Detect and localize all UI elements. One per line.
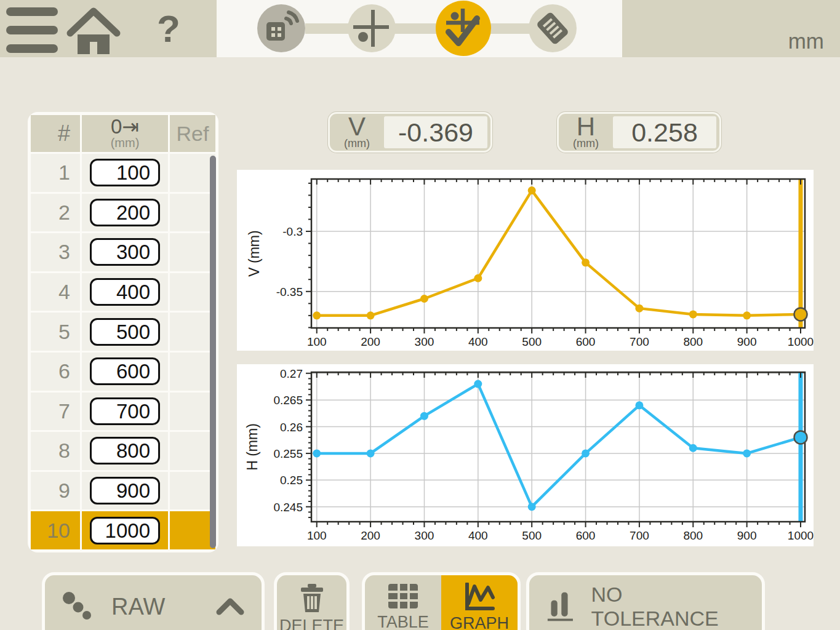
step-sensor-connection[interactable] [257,4,305,52]
y-axis-label: V (mm) [246,230,262,276]
y-tick-label: 0.27 [280,367,303,380]
distance-value-input[interactable]: 900 [90,477,160,504]
table-scrollbar[interactable] [210,156,216,548]
row-number[interactable]: 9 [31,472,80,510]
row-number[interactable]: 3 [31,233,80,271]
tolerance-button-label: NO TOLERANCE [591,583,745,630]
row-number[interactable]: 5 [31,313,80,351]
distance-cell: 600 [82,353,168,391]
tolerance-bars-icon [546,590,577,623]
chevron-up-icon [216,598,244,615]
x-tick-label: 700 [630,529,649,542]
x-tick-label: 1000 [788,529,814,542]
row-number[interactable]: 2 [31,194,80,232]
v-readout-label: V (mm) [330,114,384,151]
distance-value-input[interactable]: 700 [90,397,160,425]
y-tick-label: 0.265 [273,394,303,407]
y-tick-label: 0.25 [280,474,303,487]
x-tick-label: 600 [576,335,596,348]
step-connector [490,23,529,34]
step-connector [395,23,438,34]
x-tick-label: 200 [361,529,380,542]
col-header-distance: 0⇥ (mm) [82,115,168,152]
ref-cell [170,273,215,311]
step-alignment[interactable] [348,4,396,52]
y-tick-label: 0.245 [273,501,303,514]
distance-value-input[interactable]: 200 [90,199,160,226]
row-number[interactable]: 6 [31,353,80,391]
distance-value-input[interactable]: 500 [90,318,160,346]
top-bar-left-block: ? [0,0,217,57]
distance-value-input[interactable]: 1000 [90,517,160,544]
v-chart-panel: 1002003004005006007008009001000-0.3-0.35… [237,170,814,351]
x-tick-label: 1000 [788,335,814,348]
distance-value-input[interactable]: 600 [90,357,160,385]
col-header-index: # [31,115,80,152]
row-number[interactable]: 10 [31,511,80,549]
ref-cell [170,313,215,351]
data-line [317,191,801,316]
app-screen: ? [0,0,840,630]
x-tick-label: 300 [415,529,434,542]
x-tick-label: 100 [307,335,327,348]
tolerance-button[interactable]: NO TOLERANCE [526,572,765,630]
ref-cell [170,393,215,431]
distance-cell: 1000 [82,511,168,549]
trash-icon [298,583,326,613]
data-point [689,310,697,318]
step-connector [305,23,348,34]
data-point [582,449,590,457]
v-chart[interactable]: 1002003004005006007008009001000-0.3-0.35… [237,170,814,351]
distance-cell: 800 [82,432,168,470]
sensor-wireless-icon [262,9,301,48]
graph-icon [463,583,495,611]
row-number[interactable]: 7 [31,393,80,431]
delete-button[interactable]: DELETE [274,572,350,630]
row-number[interactable]: 8 [31,432,80,470]
ref-cell [170,194,215,232]
unit-display: mm [622,0,840,57]
x-tick-label: 900 [737,529,757,542]
home-button[interactable] [64,4,123,55]
hamburger-icon [6,7,58,16]
distance-value-input[interactable]: 300 [90,238,160,266]
data-point [743,311,751,319]
distance-value-input[interactable]: 800 [90,437,160,465]
h-readout: H (mm) 0.258 [557,112,721,153]
raw-dots-icon [62,591,93,622]
y-tick-label: 0.255 [273,447,303,460]
plot-frame [311,179,805,328]
current-data-point [794,431,807,444]
data-point [582,258,590,266]
step-measure[interactable] [436,1,491,56]
current-data-point [794,308,807,321]
row-number[interactable]: 1 [31,154,80,192]
col-header-ref: Ref [170,115,215,152]
row-number[interactable]: 4 [31,273,80,311]
data-point [635,305,643,313]
data-point [420,412,428,420]
report-icon [532,7,574,49]
measure-check-icon [441,6,486,50]
distance-value-input[interactable]: 100 [90,159,160,186]
x-tick-label: 300 [415,335,434,348]
data-point [474,380,482,388]
table-view-button[interactable]: TABLE [365,575,441,630]
distance-value-input[interactable]: 400 [90,278,160,306]
data-point [420,295,428,303]
distance-cell: 100 [82,154,168,192]
x-tick-label: 800 [683,529,703,542]
help-button[interactable]: ? [150,5,187,54]
menu-button[interactable] [6,6,58,53]
distance-cell: 500 [82,313,168,351]
h-chart[interactable]: 10020030040050060070080090010000.2450.25… [237,364,814,546]
distance-cell: 300 [82,233,168,271]
ref-cell [170,353,215,391]
ref-cell [170,154,215,192]
y-tick-label: -0.35 [276,285,303,298]
graph-view-button[interactable]: GRAPH [441,575,518,630]
y-axis-label: H (mm) [244,423,260,471]
step-report[interactable] [529,4,577,52]
x-tick-label: 200 [361,335,380,348]
raw-values-button[interactable]: RAW [42,572,265,630]
